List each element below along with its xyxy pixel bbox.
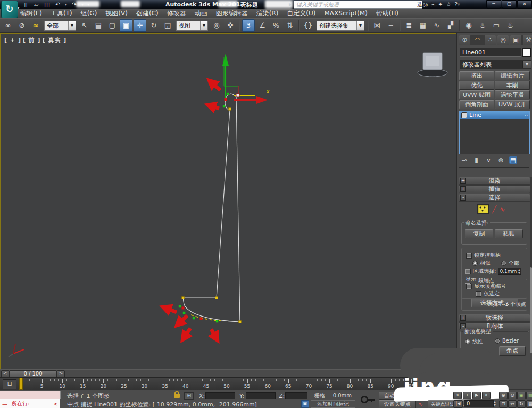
menu-item[interactable]: 修改器 [163, 9, 190, 18]
selection-filter-dropdown[interactable]: 全部▼ [44, 21, 76, 31]
zoom-region-button[interactable]: ⊡ [499, 400, 508, 408]
stack-onoff-icon[interactable] [461, 112, 467, 118]
x-coord-field[interactable] [205, 392, 235, 399]
render-setup-button[interactable]: ♨ [476, 19, 489, 32]
menu-item[interactable]: 创建(C) [132, 9, 163, 18]
all-radio[interactable] [501, 261, 506, 266]
mirror-button[interactable]: ⋈ [371, 19, 384, 32]
rollout-interpolation[interactable]: + 插值 [459, 185, 530, 193]
menu-item[interactable]: 渲染(R) [252, 9, 283, 18]
angle-snap-toggle[interactable]: ∠ [256, 19, 269, 32]
use-pivot-center-button[interactable]: ◎ [210, 19, 223, 32]
select-object-button[interactable]: ↖ [78, 19, 91, 32]
material-editor-button[interactable]: ◉ [462, 19, 475, 32]
search-flyout-icon[interactable]: ▶ [289, 2, 292, 7]
segment-mode-button[interactable]: ╱ [492, 205, 496, 213]
pan-view-button[interactable]: ⇔ [508, 400, 517, 408]
selected-mode-dropdown[interactable]: 选定对象 ▼ [417, 1, 462, 9]
modifier-shortcut-button[interactable]: 涡轮平滑 [495, 90, 530, 99]
minimize-button[interactable]: ─ [486, 0, 501, 9]
mini-curve-editor-button[interactable]: ⊟ [3, 379, 16, 389]
selection-lock-icon[interactable] [174, 394, 180, 398]
linear-radio[interactable] [465, 339, 470, 344]
schematic-view-button[interactable]: ▞ [444, 19, 457, 32]
spinner-icon[interactable]: ▲▼ [517, 268, 521, 274]
view-cube[interactable] [418, 53, 447, 77]
show-end-result-button[interactable]: ▮ [472, 156, 480, 164]
select-by-name-button[interactable]: ▤ [92, 19, 105, 32]
snaps-toggle[interactable]: 3 [242, 19, 255, 32]
modifier-shortcut-button[interactable]: 车削 [495, 81, 530, 90]
rollout-expand-icon[interactable]: + [460, 315, 466, 321]
object-name-field[interactable]: Line001 [460, 48, 521, 57]
viewport-menu-shading[interactable]: [ 真实 ] [43, 37, 67, 44]
play-animation-button[interactable]: ▶ [472, 392, 481, 399]
listener-scroll-icon[interactable]: < [54, 401, 58, 407]
viewport-canvas[interactable]: x [1, 34, 457, 369]
select-and-link-button[interactable]: ∞ [2, 19, 14, 32]
vertex-mode-button[interactable] [477, 204, 489, 214]
menu-item[interactable]: 视图(V) [101, 9, 132, 18]
absolute-mode-toggle[interactable]: ⊞ [184, 392, 194, 400]
menu-item[interactable]: 帮助(H) [372, 9, 403, 18]
percent-snap-toggle[interactable]: % [270, 19, 282, 32]
maxscript-listener-pink[interactable] [0, 391, 61, 399]
layer-manager-button[interactable]: ≣ [403, 19, 415, 32]
selected-only-checkbox[interactable] [476, 291, 481, 297]
search-input[interactable]: 键入关键字或短语 [294, 1, 422, 9]
current-frame-marker[interactable] [19, 378, 23, 390]
maxscript-listener-white[interactable]: — 所在行: < [0, 399, 60, 408]
time-tag-icon[interactable]: ▣ [301, 400, 309, 408]
zoom-extents-button[interactable]: ▣ [517, 392, 526, 399]
menu-item[interactable]: 动画 [190, 9, 212, 18]
display-tab[interactable]: ▣ [510, 35, 522, 45]
viewport-menu-view[interactable]: [ 前 ] [23, 37, 41, 44]
open-file-button[interactable]: ▱ [32, 1, 41, 9]
copy-button[interactable]: 复制 [465, 229, 493, 238]
add-time-tag-button[interactable]: 添加时间标记 [311, 400, 355, 408]
remove-modifier-button[interactable]: ⊗ [497, 156, 505, 164]
bezier-radio[interactable] [495, 338, 500, 344]
create-tab[interactable]: ⊕ [459, 35, 471, 45]
modifier-shortcut-button[interactable]: UVW 贴图 [459, 90, 494, 99]
set-keys-button[interactable] [361, 393, 377, 406]
current-frame-field[interactable]: 0 [464, 400, 494, 407]
object-color-swatch[interactable] [522, 48, 531, 57]
rollout-expand-icon[interactable]: + [460, 186, 466, 192]
modifier-shortcut-button[interactable]: 倒角剖面 [459, 100, 494, 109]
zoom-extents-all-button[interactable]: ▩ [526, 392, 532, 399]
previous-frame-arrow[interactable]: < [1, 370, 9, 378]
viewport-menu-plus[interactable]: [ + ] [4, 37, 21, 44]
close-button[interactable]: × [517, 0, 532, 9]
y-coord-field[interactable] [246, 392, 276, 399]
rollout-exp-icon[interactable]: - [460, 195, 466, 201]
stack-item-line[interactable]: Line ∷ [460, 111, 529, 119]
paste-button[interactable]: 粘贴 [495, 229, 523, 238]
rectangular-selection-button[interactable]: ▢ [106, 19, 119, 32]
spline-shape[interactable] [183, 94, 240, 322]
modifier-shortcut-button[interactable]: 挤出 [459, 71, 494, 80]
corner-button[interactable]: 角点 [499, 346, 526, 356]
track-bar-ruler[interactable]: 0510152025303540455055606570758085909510… [0, 378, 456, 390]
maximize-button[interactable]: ▢ [502, 0, 517, 9]
z-coord-field[interactable] [285, 392, 307, 399]
zoom-all-button[interactable]: ⊚ [508, 392, 517, 399]
graphite-toggle-button[interactable]: ▦ [417, 19, 429, 32]
select-and-scale-button[interactable]: ◱ [161, 19, 174, 32]
menu-item[interactable]: 自定义(U) [282, 9, 320, 18]
alike-radio[interactable] [472, 261, 478, 266]
next-frame-arrow[interactable]: > [57, 370, 65, 378]
app-logo-button[interactable]: ↻ [1, 1, 18, 18]
stack-resize-grip-icon[interactable]: ∷ [525, 113, 528, 118]
move-gizmo[interactable]: x [222, 54, 270, 104]
undo-flyout[interactable]: ▾ [64, 1, 68, 9]
window-crossing-toggle[interactable]: ▣ [120, 19, 132, 32]
render-production-button[interactable]: ♨ [504, 19, 517, 32]
menu-item[interactable]: 组(G) [77, 9, 102, 18]
rollout-selection[interactable]: - 选择 [459, 194, 530, 202]
bind-to-space-warp-button[interactable]: ≈ [29, 19, 42, 32]
modifier-shortcut-button[interactable]: UVW 展开 [495, 100, 530, 109]
motion-tab[interactable]: ◎ [497, 35, 509, 45]
modifier-stack[interactable]: Line ∷ [459, 111, 530, 154]
edit-named-sets-button[interactable]: {} [302, 19, 314, 32]
